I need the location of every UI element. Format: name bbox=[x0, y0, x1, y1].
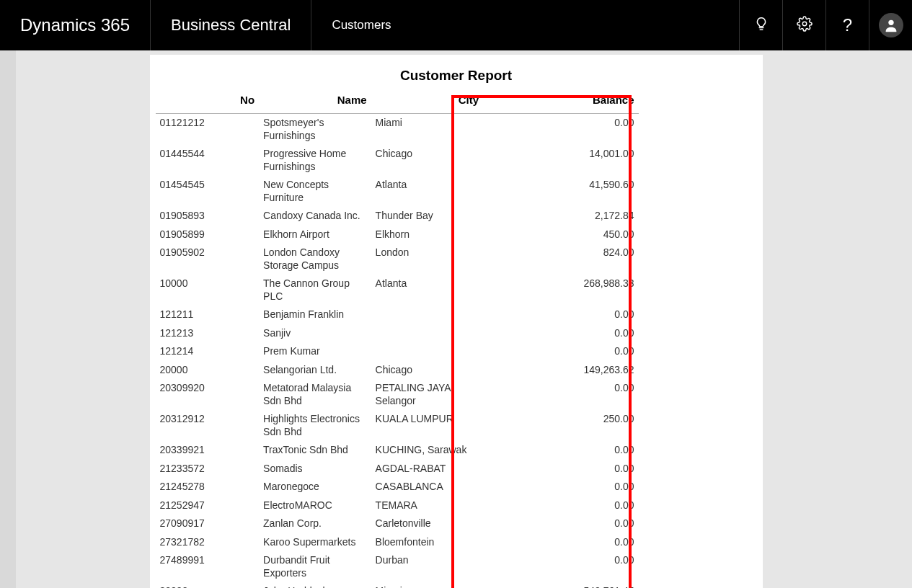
cell-name: London Candoxy Storage Campus bbox=[259, 244, 371, 275]
cell-no: 01445544 bbox=[156, 145, 260, 176]
cell-no: 121214 bbox=[156, 342, 260, 361]
cell-no: 27321782 bbox=[156, 533, 260, 552]
table-row: 121214Prem Kumar0.00 bbox=[156, 342, 639, 361]
cell-balance: 0.00 bbox=[544, 478, 639, 496]
cell-no: 01905893 bbox=[156, 207, 260, 226]
cell-city: Miami bbox=[371, 582, 484, 588]
cell-balance: 268,988.33 bbox=[544, 275, 639, 306]
help-button[interactable]: ? bbox=[825, 0, 869, 50]
cell-no: 01905899 bbox=[156, 226, 260, 244]
cell-name: John Haddock Insurance Co. bbox=[259, 582, 371, 588]
cell-city: KUALA LUMPUR bbox=[371, 410, 484, 441]
customer-report-table: No Name City Balance 01121212Spotsmeyer'… bbox=[156, 94, 639, 588]
table-row: 01121212Spotsmeyer's FurnishingsMiami0.0… bbox=[156, 114, 639, 146]
cell-name: ElectroMAROC bbox=[259, 496, 371, 515]
table-row: 01905899Elkhorn AirportElkhorn450.00 bbox=[156, 226, 639, 244]
cell-name: Benjamin Franklin bbox=[259, 306, 371, 324]
table-row: 20309920Metatorad Malaysia Sdn BhdPETALI… bbox=[156, 379, 639, 410]
cell-no: 01121212 bbox=[156, 114, 260, 146]
cell-city: London bbox=[371, 244, 484, 275]
cell-no: 20309920 bbox=[156, 379, 260, 410]
cell-name: Durbandit Fruit Exporters bbox=[259, 551, 371, 582]
cell-balance: 14,001.00 bbox=[544, 145, 639, 176]
cell-gap bbox=[483, 114, 544, 146]
cell-gap bbox=[483, 145, 544, 176]
cell-city: Atlanta bbox=[371, 176, 484, 207]
svg-point-1 bbox=[888, 20, 893, 25]
table-row: 121211Benjamin Franklin0.00 bbox=[156, 306, 639, 324]
cell-balance: 250.00 bbox=[544, 410, 639, 441]
col-header-gap bbox=[483, 94, 544, 114]
cell-gap bbox=[483, 244, 544, 275]
breadcrumb-page[interactable]: Customers bbox=[311, 0, 411, 50]
cell-name: TraxTonic Sdn Bhd bbox=[259, 441, 371, 460]
cell-gap bbox=[483, 306, 544, 324]
cell-gap bbox=[483, 324, 544, 343]
table-row: 21252947ElectroMAROCTEMARA0.00 bbox=[156, 496, 639, 515]
cell-balance: 0.00 bbox=[544, 324, 639, 343]
cell-name: Metatorad Malaysia Sdn Bhd bbox=[259, 379, 371, 410]
cell-balance: 0.00 bbox=[544, 441, 639, 460]
cell-gap bbox=[483, 478, 544, 496]
table-row: 21233572SomadisAGDAL-RABAT0.00 bbox=[156, 460, 639, 478]
cell-gap bbox=[483, 410, 544, 441]
cell-gap bbox=[483, 533, 544, 552]
avatar-icon bbox=[879, 13, 903, 37]
table-row: 20000Selangorian Ltd.Chicago149,263.62 bbox=[156, 361, 639, 380]
cell-name: Maronegoce bbox=[259, 478, 371, 496]
cell-balance: 41,590.60 bbox=[544, 176, 639, 207]
cell-gap bbox=[483, 226, 544, 244]
report-title: Customer Report bbox=[150, 55, 763, 94]
cell-city: PETALING JAYA, Selangor bbox=[371, 379, 484, 410]
insights-button[interactable] bbox=[739, 0, 782, 50]
cell-balance: 0.00 bbox=[544, 342, 639, 361]
cell-gap bbox=[483, 441, 544, 460]
cell-city: Carletonville bbox=[371, 514, 484, 533]
help-icon: ? bbox=[843, 15, 852, 35]
table-row: 20339921TraxTonic Sdn BhdKUCHING, Sarawa… bbox=[156, 441, 639, 460]
table-row: 21245278MaronegoceCASABLANCA0.00 bbox=[156, 478, 639, 496]
cell-balance: 824.00 bbox=[544, 244, 639, 275]
cell-city bbox=[371, 306, 484, 324]
cell-gap bbox=[483, 460, 544, 478]
cell-gap bbox=[483, 342, 544, 361]
brand-business-central[interactable]: Business Central bbox=[151, 0, 311, 50]
cell-balance: 0.00 bbox=[544, 514, 639, 533]
cell-no: 01454545 bbox=[156, 176, 260, 207]
cell-no: 121211 bbox=[156, 306, 260, 324]
cell-balance: 0.00 bbox=[544, 114, 639, 146]
table-row: 20312912Highlights Electronics Sdn BhdKU… bbox=[156, 410, 639, 441]
cell-no: 121213 bbox=[156, 324, 260, 343]
cell-no: 01905902 bbox=[156, 244, 260, 275]
table-row: 10000The Cannon Group PLCAtlanta268,988.… bbox=[156, 275, 639, 306]
product-label: Business Central bbox=[171, 16, 291, 35]
cell-balance: 450.00 bbox=[544, 226, 639, 244]
table-header-row: No Name City Balance bbox=[156, 94, 639, 114]
workspace-stage: Customer Report No Name City Balance 011… bbox=[0, 50, 912, 588]
brand-dynamics[interactable]: Dynamics 365 bbox=[0, 0, 151, 50]
cell-no: 27489991 bbox=[156, 551, 260, 582]
cell-city: Bloemfontein bbox=[371, 533, 484, 552]
cell-gap bbox=[483, 207, 544, 226]
cell-balance: 0.00 bbox=[544, 496, 639, 515]
col-header-balance: Balance bbox=[544, 94, 639, 114]
gear-icon bbox=[797, 16, 813, 35]
cell-no: 30000 bbox=[156, 582, 260, 588]
table-row: 121213Sanjiv0.00 bbox=[156, 324, 639, 343]
cell-city: KUCHING, Sarawak bbox=[371, 441, 484, 460]
user-avatar[interactable] bbox=[869, 0, 912, 50]
cell-city: Elkhorn bbox=[371, 226, 484, 244]
cell-no: 10000 bbox=[156, 275, 260, 306]
cell-gap bbox=[483, 379, 544, 410]
spacer bbox=[412, 0, 739, 50]
col-header-no: No bbox=[156, 94, 260, 114]
cell-city: Chicago bbox=[371, 145, 484, 176]
table-row: 01454545New Concepts FurnitureAtlanta41,… bbox=[156, 176, 639, 207]
cell-balance: 2,172.84 bbox=[544, 207, 639, 226]
cell-no: 20339921 bbox=[156, 441, 260, 460]
cell-balance: 149,263.62 bbox=[544, 361, 639, 380]
settings-button[interactable] bbox=[782, 0, 825, 50]
cell-gap bbox=[483, 275, 544, 306]
cell-name: Prem Kumar bbox=[259, 342, 371, 361]
cell-gap bbox=[483, 582, 544, 588]
